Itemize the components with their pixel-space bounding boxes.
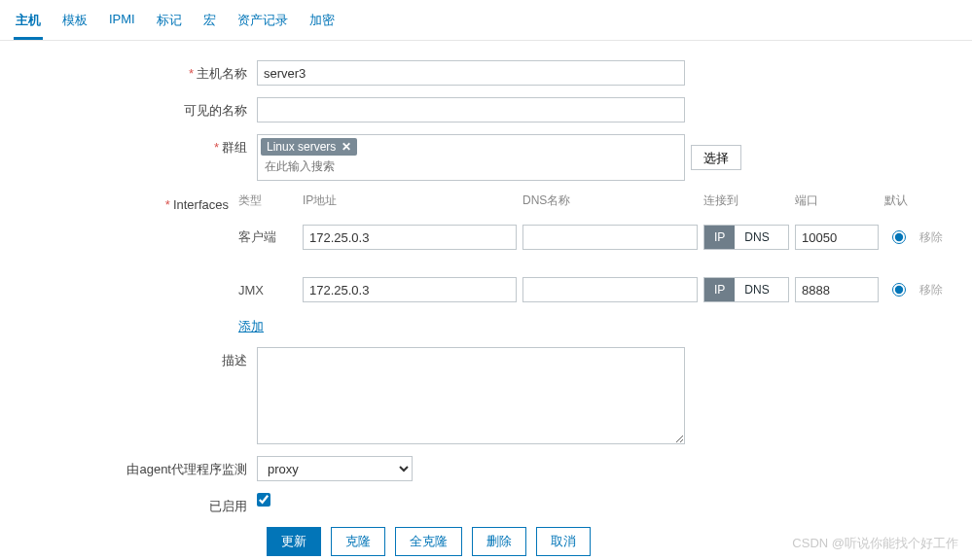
delete-button[interactable]: 删除 bbox=[472, 527, 526, 556]
iface-type-jmx: JMX bbox=[238, 283, 297, 298]
label-enabled: 已启用 bbox=[14, 493, 257, 515]
iface-type-agent: 客户端 bbox=[238, 228, 297, 246]
tabs-bar: 主机 模板 IPMI 标记 宏 资产记录 加密 bbox=[0, 0, 972, 41]
label-host-name: *主机名称 bbox=[14, 60, 257, 83]
iface-agent-connect-toggle[interactable]: IP DNS bbox=[703, 225, 789, 250]
tab-encryption[interactable]: 加密 bbox=[307, 8, 337, 40]
enabled-checkbox[interactable] bbox=[257, 493, 270, 507]
label-visible-name: 可见的名称 bbox=[14, 97, 257, 120]
interface-row-agent: 客户端 IP DNS 移除 bbox=[238, 225, 958, 250]
label-interfaces: *Interfaces bbox=[14, 192, 238, 212]
tab-macros[interactable]: 宏 bbox=[201, 8, 218, 40]
iface-agent-remove-link[interactable]: 移除 bbox=[919, 229, 958, 246]
groups-tagbox[interactable]: Linux servers ✕ bbox=[257, 134, 685, 181]
proxy-select[interactable]: proxy bbox=[257, 456, 413, 481]
tab-inventory[interactable]: 资产记录 bbox=[235, 8, 290, 40]
iface-header-connect: 连接到 bbox=[703, 192, 789, 209]
label-monitored-by: 由agent代理程序监测 bbox=[14, 456, 257, 478]
iface-jmx-dns-input[interactable] bbox=[522, 277, 698, 302]
iface-header-default: 默认 bbox=[884, 192, 914, 209]
iface-header-dns: DNS名称 bbox=[522, 192, 698, 209]
tab-templates[interactable]: 模板 bbox=[60, 8, 90, 40]
toggle-dns[interactable]: DNS bbox=[735, 278, 778, 301]
host-form: *主机名称 可见的名称 *群组 Linux servers ✕ 选择 *Inte… bbox=[0, 41, 972, 560]
interfaces-header: 类型 IP地址 DNS名称 连接到 端口 默认 bbox=[238, 192, 958, 209]
label-groups: *群组 bbox=[14, 134, 257, 157]
iface-jmx-remove-link[interactable]: 移除 bbox=[919, 282, 958, 298]
group-tag-label: Linux servers bbox=[267, 140, 336, 154]
iface-agent-ip-input[interactable] bbox=[303, 225, 517, 250]
iface-agent-port-input[interactable] bbox=[795, 225, 879, 250]
iface-agent-default-radio[interactable] bbox=[892, 230, 906, 244]
groups-search-input[interactable] bbox=[261, 158, 681, 175]
full-clone-button[interactable]: 全克隆 bbox=[395, 527, 462, 556]
iface-header-port: 端口 bbox=[795, 192, 879, 209]
iface-header-ip: IP地址 bbox=[303, 192, 517, 209]
groups-select-button[interactable]: 选择 bbox=[691, 145, 741, 170]
description-textarea[interactable] bbox=[257, 347, 685, 444]
interface-row-jmx: JMX IP DNS 移除 bbox=[238, 277, 958, 302]
toggle-ip[interactable]: IP bbox=[704, 278, 735, 301]
group-tag-linux-servers[interactable]: Linux servers ✕ bbox=[261, 138, 357, 156]
tab-tags[interactable]: 标记 bbox=[155, 8, 184, 40]
iface-jmx-port-input[interactable] bbox=[795, 277, 879, 302]
iface-jmx-connect-toggle[interactable]: IP DNS bbox=[703, 277, 789, 302]
toggle-ip[interactable]: IP bbox=[704, 226, 735, 249]
tab-ipmi[interactable]: IPMI bbox=[107, 8, 137, 40]
iface-agent-dns-input[interactable] bbox=[522, 225, 698, 250]
tab-host[interactable]: 主机 bbox=[14, 8, 43, 40]
visible-name-input[interactable] bbox=[257, 97, 685, 122]
watermark: CSDN @听说你能找个好工作 bbox=[792, 535, 958, 552]
update-button[interactable]: 更新 bbox=[267, 527, 321, 556]
iface-jmx-default-radio[interactable] bbox=[892, 283, 906, 297]
cancel-button[interactable]: 取消 bbox=[536, 527, 591, 556]
iface-jmx-ip-input[interactable] bbox=[303, 277, 517, 302]
iface-header-type: 类型 bbox=[238, 192, 297, 209]
label-description: 描述 bbox=[14, 347, 257, 369]
clone-button[interactable]: 克隆 bbox=[331, 527, 385, 556]
toggle-dns[interactable]: DNS bbox=[735, 226, 778, 249]
group-tag-remove-icon[interactable]: ✕ bbox=[342, 140, 351, 154]
host-name-input[interactable] bbox=[257, 60, 685, 86]
interface-add-link[interactable]: 添加 bbox=[238, 318, 264, 335]
